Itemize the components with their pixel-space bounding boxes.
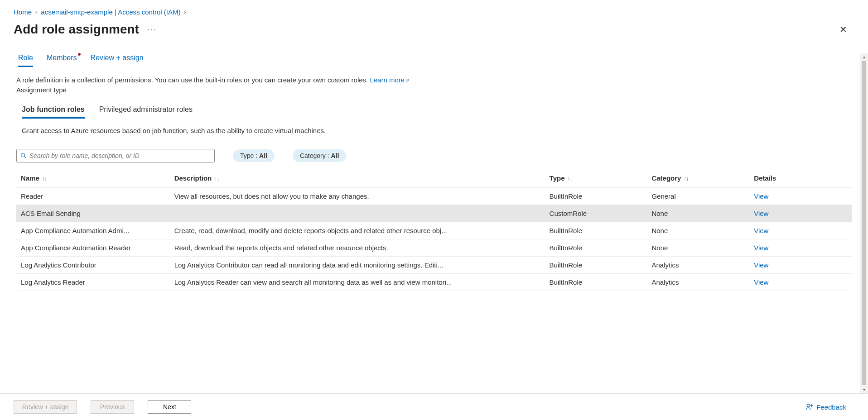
sort-icon: ↑↓ — [42, 176, 47, 182]
attention-dot-icon — [78, 53, 81, 56]
col-header-category[interactable]: Category↑↓ — [647, 169, 749, 188]
role-details-cell: View — [749, 222, 852, 239]
role-category-cell: None — [647, 239, 749, 256]
filter-category-label: Category : — [300, 152, 331, 159]
wizard-footer: Review + assign Previous Next Feedback — [0, 393, 868, 420]
sort-icon: ↑↓ — [214, 176, 219, 182]
view-link[interactable]: View — [754, 227, 768, 234]
view-link[interactable]: View — [754, 244, 768, 252]
role-type-cell: BuiltInRole — [545, 222, 647, 239]
assignment-type-label: Assignment type — [16, 86, 852, 94]
role-details-cell: View — [749, 239, 852, 256]
role-description-cell: View all resources, but does not allow y… — [170, 187, 545, 205]
filter-type-pill[interactable]: Type : All — [233, 149, 275, 162]
table-row[interactable]: ReaderView all resources, but does not a… — [16, 187, 852, 205]
role-type-cell: CustomRole — [545, 205, 647, 222]
table-row[interactable]: App Compliance Automation ReaderRead, do… — [16, 239, 852, 256]
role-category-cell: Analytics — [647, 273, 749, 291]
chevron-right-icon: › — [35, 9, 37, 15]
breadcrumb-home[interactable]: Home — [14, 8, 32, 16]
role-details-cell: View — [749, 273, 852, 291]
role-category-cell: Analytics — [647, 256, 749, 273]
role-details-cell: View — [749, 256, 852, 273]
role-description-cell: Log Analytics Contributor can read all m… — [170, 256, 545, 273]
table-row[interactable]: Log Analytics ContributorLog Analytics C… — [16, 256, 852, 273]
role-name-cell: App Compliance Automation Reader — [16, 239, 170, 256]
view-link[interactable]: View — [754, 210, 768, 217]
col-header-details: Details — [749, 169, 852, 188]
role-category-cell: None — [647, 222, 749, 239]
subtab-job-function[interactable]: Job function roles — [22, 105, 85, 119]
role-details-cell: View — [749, 187, 852, 205]
filter-category-pill[interactable]: Category : All — [293, 149, 346, 162]
job-function-help: Grant access to Azure resources based on… — [16, 127, 852, 134]
tab-role[interactable]: Role — [18, 54, 33, 67]
role-description-cell: Create, read, download, modify and delet… — [170, 222, 545, 239]
role-name-cell: Log Analytics Reader — [16, 273, 170, 291]
tab-review-assign[interactable]: Review + assign — [91, 54, 144, 67]
scroll-thumb[interactable] — [862, 61, 866, 385]
table-row[interactable]: ACS Email SendingCustomRoleNoneView — [16, 205, 852, 222]
role-name-cell: Log Analytics Contributor — [16, 256, 170, 273]
filter-category-value: All — [331, 152, 339, 159]
help-line: A role definition is a collection of per… — [16, 76, 370, 84]
close-icon[interactable]: ✕ — [837, 21, 850, 38]
wizard-tabs: Role Members Review + assign — [16, 47, 852, 67]
review-assign-button: Review + assign — [14, 400, 77, 414]
table-row[interactable]: Log Analytics ReaderLog Analytics Reader… — [16, 273, 852, 291]
table-row[interactable]: App Compliance Automation Admi...Create,… — [16, 222, 852, 239]
role-description-cell — [170, 205, 545, 222]
svg-line-1 — [24, 157, 26, 158]
col-header-description[interactable]: Description↑↓ — [170, 169, 545, 188]
view-link[interactable]: View — [754, 261, 768, 269]
learn-more-link[interactable]: Learn more↗ — [370, 76, 410, 84]
role-type-cell: BuiltInRole — [545, 187, 647, 205]
role-name-cell: App Compliance Automation Admi... — [16, 222, 170, 239]
role-details-cell: View — [749, 205, 852, 222]
search-icon — [20, 153, 27, 159]
breadcrumb: Home › acsemail-smtp-example | Access co… — [0, 0, 868, 19]
role-description-cell: Log Analytics Reader can view and search… — [170, 273, 545, 291]
page-title: Add role assignment — [14, 22, 139, 37]
view-link[interactable]: View — [754, 192, 768, 200]
sort-icon: ↑↓ — [568, 176, 572, 182]
breadcrumb-iam[interactable]: acsemail-smtp-example | Access control (… — [41, 8, 180, 16]
external-link-icon: ↗ — [405, 78, 410, 83]
role-category-cell: None — [647, 205, 749, 222]
role-type-cell: BuiltInRole — [545, 239, 647, 256]
more-menu-icon[interactable]: ··· — [147, 25, 157, 34]
feedback-link[interactable]: Feedback — [805, 403, 846, 411]
sort-icon: ↑↓ — [684, 176, 688, 182]
col-header-name[interactable]: Name↑↓ — [16, 169, 170, 188]
tab-members-label: Members — [47, 54, 77, 62]
feedback-label: Feedback — [816, 403, 846, 411]
feedback-icon — [805, 403, 814, 411]
previous-button: Previous — [91, 400, 134, 414]
scrollbar[interactable]: ▴ ▾ — [860, 53, 868, 393]
col-header-type[interactable]: Type↑↓ — [545, 169, 647, 188]
role-name-cell: ACS Email Sending — [16, 205, 170, 222]
subtab-privileged-admin[interactable]: Privileged administrator roles — [99, 105, 193, 119]
role-kind-tabs: Job function roles Privileged administra… — [16, 105, 852, 119]
scroll-down-icon[interactable]: ▾ — [863, 387, 865, 392]
view-link[interactable]: View — [754, 278, 768, 286]
learn-more-label: Learn more — [370, 76, 405, 84]
role-description-cell: Read, download the reports objects and r… — [170, 239, 545, 256]
role-type-cell: BuiltInRole — [545, 256, 647, 273]
chevron-right-icon: › — [184, 9, 186, 15]
role-name-cell: Reader — [16, 187, 170, 205]
roles-table: Name↑↓ Description↑↓ Type↑↓ Category↑↓ D… — [16, 169, 852, 291]
filter-type-value: All — [259, 152, 267, 159]
role-help-text: A role definition is a collection of per… — [16, 75, 852, 85]
search-input-wrapper[interactable] — [16, 149, 215, 162]
svg-point-0 — [21, 153, 25, 157]
role-type-cell: BuiltInRole — [545, 273, 647, 291]
tab-members[interactable]: Members — [47, 54, 77, 67]
next-button[interactable]: Next — [148, 400, 191, 414]
filter-type-label: Type : — [240, 152, 259, 159]
filter-row: Type : All Category : All — [16, 149, 852, 162]
scroll-up-icon[interactable]: ▴ — [863, 54, 865, 59]
svg-point-2 — [807, 404, 810, 407]
role-category-cell: General — [647, 187, 749, 205]
search-input[interactable] — [29, 152, 211, 159]
